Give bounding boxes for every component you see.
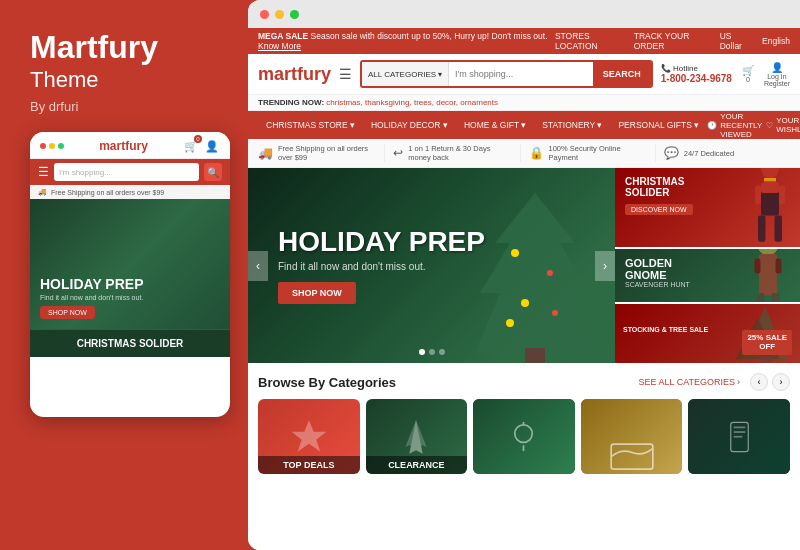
trending-label: TRENDING NOW: <box>258 98 324 107</box>
nav-item-christmas-store[interactable]: CHRISTMAS STORE ▾ <box>258 111 363 139</box>
recently-viewed-link[interactable]: 🕐 YOUR RECENTLY VIEWED <box>707 112 762 139</box>
svg-marker-25 <box>291 420 326 451</box>
website-preview: MEGA SALE Season sale with discount up t… <box>248 28 800 550</box>
side-card-christmas-soldier[interactable]: CHRISTMASSOLIDER DISCOVER NOW <box>615 168 800 247</box>
svg-rect-11 <box>758 216 766 242</box>
promo-right: STORES LOCATION TRACK YOUR ORDER US Doll… <box>555 31 790 51</box>
mobile-shop-now-button[interactable]: SHOP NOW <box>40 306 95 319</box>
mobile-cart-icon[interactable]: 🛒 0 <box>183 138 199 154</box>
side-card-1-button[interactable]: DISCOVER NOW <box>625 204 693 215</box>
account-icon-block[interactable]: 👤 Log In Register <box>764 62 790 87</box>
nav-item-stationery[interactable]: STATIONERY ▾ <box>534 111 610 139</box>
svg-rect-18 <box>755 258 761 273</box>
feature-shipping: 🚚 Free Shipping on all orders over $99 <box>258 144 385 162</box>
mobile-dot-green <box>58 143 64 149</box>
browser-dot-yellow <box>275 10 284 19</box>
hero-dot-3[interactable] <box>439 349 445 355</box>
svg-rect-14 <box>779 186 785 205</box>
theme-subtitle: Theme <box>30 67 228 93</box>
svg-rect-31 <box>611 444 653 469</box>
side-card-golden-gnome[interactable]: GoldenGnome SCAVENGER HUNT <box>615 249 800 302</box>
mobile-hero-subtitle: Find it all now and don't miss out. <box>40 294 143 301</box>
currency-selector[interactable]: US Dollar <box>720 31 750 51</box>
categories-prev-arrow[interactable]: ‹ <box>750 373 768 391</box>
site-logo[interactable]: martfury <box>258 64 331 85</box>
mobile-banner-strip: 🚚 Free Shipping on all orders over $99 <box>30 185 230 199</box>
clock-icon: 🕐 <box>707 121 717 130</box>
category-card-top-deals[interactable]: TOP DEALS <box>258 399 360 474</box>
category-card-3[interactable] <box>473 399 575 474</box>
mobile-hamburger-icon[interactable]: ☰ <box>38 165 49 179</box>
svg-rect-17 <box>759 254 777 295</box>
mobile-search-button[interactable]: 🔍 <box>204 163 222 181</box>
header-right: 📞 Hotline 1-800-234-9678 🛒 0 👤 Log In Re… <box>661 62 790 87</box>
categories-next-arrow[interactable]: › <box>772 373 790 391</box>
category-dropdown[interactable]: ALL CATEGORIES ▾ <box>362 62 449 86</box>
hotline-label: Hotline <box>673 64 698 73</box>
svg-marker-27 <box>406 420 427 450</box>
know-more-link[interactable]: Know More <box>258 41 301 51</box>
right-panel: MEGA SALE Season sale with discount up t… <box>248 0 800 550</box>
promo-bar: MEGA SALE Season sale with discount up t… <box>248 28 800 54</box>
side-card-sale[interactable]: 25% SALEOFF STOCKING & TREE SALE <box>615 304 800 363</box>
nav-right-section: 🕐 YOUR RECENTLY VIEWED ♡ YOUR WISHLIST <box>707 112 800 139</box>
wishlist-link[interactable]: ♡ YOUR WISHLIST <box>766 112 800 139</box>
see-all-arrow-icon: › <box>737 377 740 387</box>
feature-shipping-text: Free Shipping on all orders over $99 <box>278 144 376 162</box>
track-order-link[interactable]: TRACK YOUR ORDER <box>634 31 708 51</box>
hero-next-button[interactable]: › <box>595 251 615 281</box>
svg-rect-24 <box>758 357 772 363</box>
nav-item-home-gift[interactable]: HOME & GIFT ▾ <box>456 111 534 139</box>
categories-grid: TOP DEALS CLEARANCE <box>258 399 790 474</box>
trending-item-1[interactable]: christmas, <box>326 98 362 107</box>
hero-prev-button[interactable]: ‹ <box>248 251 268 281</box>
search-input[interactable] <box>449 62 593 86</box>
search-button[interactable]: SEARCH <box>593 62 651 86</box>
category-card-5[interactable] <box>688 399 790 474</box>
security-icon: 🔒 <box>529 146 544 160</box>
nav-item-holiday-decor[interactable]: HOLIDAY DECOR ▾ <box>363 111 456 139</box>
svg-point-3 <box>547 270 553 276</box>
hero-dot-2[interactable] <box>429 349 435 355</box>
hamburger-menu-icon[interactable]: ☰ <box>339 66 352 82</box>
support-icon: 💬 <box>664 146 679 160</box>
theme-author: By drfuri <box>30 99 228 114</box>
mobile-banner-icon: 🚚 <box>38 188 47 196</box>
register-label: Register <box>764 80 790 87</box>
cart-icon-block[interactable]: 🛒 0 <box>742 65 754 83</box>
promo-text: MEGA SALE Season sale with discount up t… <box>258 31 555 51</box>
svg-rect-34 <box>733 431 745 433</box>
svg-rect-10 <box>761 182 779 193</box>
category-card-clearance[interactable]: CLEARANCE <box>366 399 468 474</box>
trending-item-2[interactable]: thanksgiving, <box>365 98 412 107</box>
nav-item-personal-gifts[interactable]: PERSONAL GIFTS ▾ <box>610 111 707 139</box>
svg-rect-33 <box>733 426 745 428</box>
language-selector[interactable]: English <box>762 36 790 46</box>
category-card-4[interactable] <box>581 399 683 474</box>
svg-point-7 <box>761 168 779 179</box>
search-form: ALL CATEGORIES ▾ SEARCH <box>360 60 653 88</box>
left-panel: Martfury Theme By drfuri martfury 🛒 0 👤 … <box>0 0 248 550</box>
svg-point-5 <box>552 310 558 316</box>
side-card-2-content: GoldenGnome SCAVENGER HUNT <box>625 257 690 288</box>
mobile-hero-title: HOLIDAY PREP <box>40 277 143 292</box>
trending-item-3[interactable]: trees, <box>414 98 434 107</box>
trending-item-5[interactable]: ornaments <box>460 98 498 107</box>
hero-dot-1[interactable] <box>419 349 425 355</box>
site-header: martfury ☰ ALL CATEGORIES ▾ SEARCH 📞 Hot… <box>248 54 800 95</box>
heart-icon: ♡ <box>766 121 773 130</box>
side-card-3-badge: 25% SALEOFF <box>742 330 792 355</box>
trending-item-4[interactable]: decor, <box>436 98 458 107</box>
stores-location-link[interactable]: STORES LOCATION <box>555 31 622 51</box>
hero-subtitle: Find it all now and don't miss out. <box>278 261 485 272</box>
see-all-categories-link[interactable]: SEE ALL CATEGORIES › <box>638 377 740 387</box>
mobile-card-title: CHRISTMAS SOLIDER <box>38 338 222 349</box>
mobile-search-placeholder: I'm shopping... <box>59 168 111 177</box>
mobile-user-icon[interactable]: 👤 <box>204 138 220 154</box>
mobile-search-box[interactable]: I'm shopping... <box>54 163 199 181</box>
mobile-dot-yellow <box>49 143 55 149</box>
shipping-icon: 🚚 <box>258 146 273 160</box>
side-card-1-title: CHRISTMASSOLIDER <box>625 176 693 198</box>
hero-shop-now-button[interactable]: SHOP NOW <box>278 282 356 304</box>
svg-point-4 <box>521 299 529 307</box>
